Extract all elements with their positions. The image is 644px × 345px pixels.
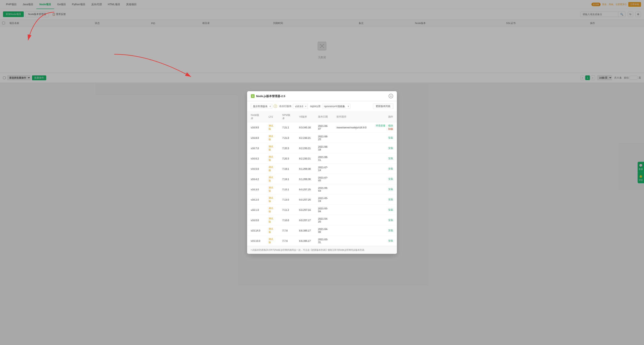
modal-overlay[interactable] xyxy=(0,0,644,82)
